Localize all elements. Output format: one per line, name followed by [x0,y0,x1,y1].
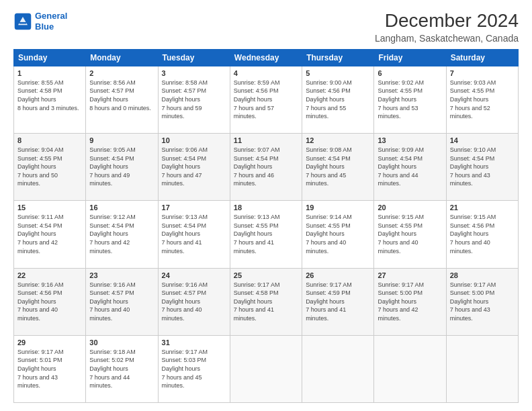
day-number: 8 [17,136,82,144]
day-number: 28 [450,271,515,279]
col-thursday: Thursday [302,49,374,66]
day-info: Sunrise: 9:17 AM Sunset: 5:03 PM Dayligh… [162,348,226,390]
week-row-3: 15 Sunrise: 9:11 AM Sunset: 4:54 PM Dayl… [14,201,519,268]
day-info: Sunrise: 9:16 AM Sunset: 4:57 PM Dayligh… [162,281,226,323]
day-number: 15 [17,203,82,212]
calendar-cell-w4-d1: 22 Sunrise: 9:16 AM Sunset: 4:56 PM Dayl… [14,268,86,335]
day-number: 2 [89,69,154,77]
week-row-1: 1 Sunrise: 8:55 AM Sunset: 4:58 PM Dayli… [14,66,519,133]
calendar-cell-w1-d4: 4 Sunrise: 8:59 AM Sunset: 4:56 PM Dayli… [230,66,302,133]
day-number: 30 [89,338,154,347]
calendar-cell-w1-d7: 7 Sunrise: 9:03 AM Sunset: 4:55 PM Dayli… [446,66,518,133]
day-info: Sunrise: 9:08 AM Sunset: 4:54 PM Dayligh… [306,146,370,188]
day-number: 12 [306,136,370,144]
logo-line2: Blue [35,21,54,32]
day-info: Sunrise: 9:07 AM Sunset: 4:54 PM Dayligh… [234,146,298,188]
calendar-cell-w4-d7: 28 Sunrise: 9:17 AM Sunset: 5:00 PM Dayl… [446,268,518,335]
calendar-cell-w2-d1: 8 Sunrise: 9:04 AM Sunset: 4:55 PM Dayli… [14,134,86,201]
day-number: 26 [306,271,370,279]
col-wednesday: Wednesday [230,49,302,66]
day-info: Sunrise: 8:55 AM Sunset: 4:58 PM Dayligh… [17,79,82,112]
day-info: Sunrise: 8:59 AM Sunset: 4:56 PM Dayligh… [234,79,298,121]
day-info: Sunrise: 9:16 AM Sunset: 4:56 PM Dayligh… [17,281,82,323]
day-info: Sunrise: 8:56 AM Sunset: 4:57 PM Dayligh… [89,79,154,112]
col-monday: Monday [86,49,158,66]
day-info: Sunrise: 9:15 AM Sunset: 4:56 PM Dayligh… [450,213,515,255]
calendar-cell-w3-d5: 19 Sunrise: 9:14 AM Sunset: 4:55 PM Dayl… [302,201,374,268]
calendar-cell-w2-d7: 14 Sunrise: 9:10 AM Sunset: 4:54 PM Dayl… [446,134,518,201]
day-number: 6 [378,69,442,77]
day-number: 16 [89,203,154,212]
calendar-cell-w1-d3: 3 Sunrise: 8:58 AM Sunset: 4:57 PM Dayli… [158,66,230,133]
day-number: 21 [450,203,515,212]
logo: General Blue [13,11,67,32]
calendar-cell-w3-d6: 20 Sunrise: 9:15 AM Sunset: 4:55 PM Dayl… [374,201,446,268]
calendar-cell-w2-d6: 13 Sunrise: 9:09 AM Sunset: 4:54 PM Dayl… [374,134,446,201]
day-number: 17 [162,203,226,212]
week-row-5: 29 Sunrise: 9:17 AM Sunset: 5:01 PM Dayl… [14,335,519,402]
col-friday: Friday [374,49,446,66]
day-number: 11 [234,136,298,144]
header: General Blue December 2024 Langham, Sask… [13,11,519,44]
calendar-header: Sunday Monday Tuesday Wednesday Thursday… [14,49,519,66]
header-row: Sunday Monday Tuesday Wednesday Thursday… [14,49,519,66]
day-info: Sunrise: 9:13 AM Sunset: 4:55 PM Dayligh… [234,213,298,255]
title-area: December 2024 Langham, Saskatchewan, Can… [375,11,519,44]
day-info: Sunrise: 9:04 AM Sunset: 4:55 PM Dayligh… [17,146,82,188]
calendar-cell-w5-d2: 30 Sunrise: 9:18 AM Sunset: 5:02 PM Dayl… [86,335,158,402]
day-number: 5 [306,69,370,77]
day-info: Sunrise: 9:17 AM Sunset: 4:59 PM Dayligh… [306,281,370,323]
calendar-cell-w5-d1: 29 Sunrise: 9:17 AM Sunset: 5:01 PM Dayl… [14,335,86,402]
logo-line1: General [35,11,67,21]
logo-icon [13,12,32,31]
day-number: 29 [17,338,82,347]
calendar-cell-w1-d6: 6 Sunrise: 9:02 AM Sunset: 4:55 PM Dayli… [374,66,446,133]
calendar-cell-w2-d4: 11 Sunrise: 9:07 AM Sunset: 4:54 PM Dayl… [230,134,302,201]
calendar-cell-w5-d3: 31 Sunrise: 9:17 AM Sunset: 5:03 PM Dayl… [158,335,230,402]
day-info: Sunrise: 9:09 AM Sunset: 4:54 PM Dayligh… [378,146,442,188]
day-number: 24 [162,271,226,279]
calendar-cell-w1-d2: 2 Sunrise: 8:56 AM Sunset: 4:57 PM Dayli… [86,66,158,133]
day-info: Sunrise: 9:12 AM Sunset: 4:54 PM Dayligh… [89,213,154,255]
day-number: 3 [162,69,226,77]
calendar-cell-w1-d1: 1 Sunrise: 8:55 AM Sunset: 4:58 PM Dayli… [14,66,86,133]
page: General Blue December 2024 Langham, Sask… [0,0,532,411]
day-info: Sunrise: 9:14 AM Sunset: 4:55 PM Dayligh… [306,213,370,255]
calendar-cell-w4-d3: 24 Sunrise: 9:16 AM Sunset: 4:57 PM Dayl… [158,268,230,335]
calendar-table: Sunday Monday Tuesday Wednesday Thursday… [13,49,519,403]
logo-text: General Blue [35,11,67,32]
day-info: Sunrise: 9:11 AM Sunset: 4:54 PM Dayligh… [17,213,82,255]
day-number: 20 [378,203,442,212]
col-sunday: Sunday [14,49,86,66]
main-title: December 2024 [375,11,519,32]
calendar-cell-w4-d6: 27 Sunrise: 9:17 AM Sunset: 5:00 PM Dayl… [374,268,446,335]
day-info: Sunrise: 9:06 AM Sunset: 4:54 PM Dayligh… [162,146,226,188]
calendar-cell-w4-d4: 25 Sunrise: 9:17 AM Sunset: 4:58 PM Dayl… [230,268,302,335]
day-info: Sunrise: 9:18 AM Sunset: 5:02 PM Dayligh… [89,348,154,390]
calendar-cell-w2-d2: 9 Sunrise: 9:05 AM Sunset: 4:54 PM Dayli… [86,134,158,201]
day-number: 9 [89,136,154,144]
calendar-cell-w4-d5: 26 Sunrise: 9:17 AM Sunset: 4:59 PM Dayl… [302,268,374,335]
day-info: Sunrise: 9:10 AM Sunset: 4:54 PM Dayligh… [450,146,515,188]
day-info: Sunrise: 8:58 AM Sunset: 4:57 PM Dayligh… [162,79,226,121]
day-info: Sunrise: 9:15 AM Sunset: 4:55 PM Dayligh… [378,213,442,255]
calendar-cell-w5-d6 [374,335,446,402]
day-number: 22 [17,271,82,279]
calendar-cell-w3-d7: 21 Sunrise: 9:15 AM Sunset: 4:56 PM Dayl… [446,201,518,268]
day-number: 25 [234,271,298,279]
day-number: 7 [450,69,515,77]
subtitle: Langham, Saskatchewan, Canada [375,33,519,44]
week-row-2: 8 Sunrise: 9:04 AM Sunset: 4:55 PM Dayli… [14,134,519,201]
day-number: 4 [234,69,298,77]
day-number: 14 [450,136,515,144]
svg-rect-2 [19,21,27,24]
calendar-cell-w3-d1: 15 Sunrise: 9:11 AM Sunset: 4:54 PM Dayl… [14,201,86,268]
calendar-cell-w4-d2: 23 Sunrise: 9:16 AM Sunset: 4:57 PM Dayl… [86,268,158,335]
day-number: 10 [162,136,226,144]
col-tuesday: Tuesday [158,49,230,66]
calendar-cell-w3-d2: 16 Sunrise: 9:12 AM Sunset: 4:54 PM Dayl… [86,201,158,268]
col-saturday: Saturday [446,49,518,66]
calendar-body: 1 Sunrise: 8:55 AM Sunset: 4:58 PM Dayli… [14,66,519,402]
day-number: 27 [378,271,442,279]
calendar-cell-w3-d3: 17 Sunrise: 9:13 AM Sunset: 4:54 PM Dayl… [158,201,230,268]
